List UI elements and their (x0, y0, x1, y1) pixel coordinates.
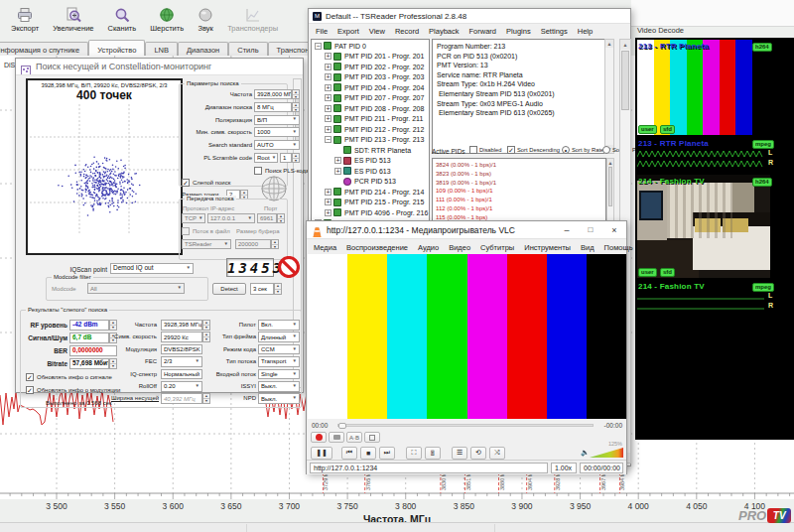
close-button[interactable]: × (602, 225, 626, 235)
frame-button[interactable] (364, 432, 380, 443)
tree-item[interactable]: +PMT PID 202 - Progr. 202 (312, 62, 429, 72)
pause-button[interactable]: ❚❚ (311, 447, 332, 460)
tree-item[interactable]: +PMT PID 204 - Progr. 204 (312, 82, 429, 93)
expand-icon[interactable]: + (325, 199, 331, 205)
ip-address-dropdown[interactable]: 127.0.0.1▼ (207, 213, 255, 223)
menu-item-export[interactable]: Export (332, 25, 364, 38)
video-thumb-214[interactable]: 214 - Fashion TVh264usersfd (635, 175, 794, 280)
sort-by-rate-radio[interactable]: • (562, 146, 570, 154)
expand-icon[interactable]: + (325, 53, 331, 60)
value-field[interactable]: 8 МГц (254, 102, 292, 112)
vlc-video-area[interactable] (308, 254, 626, 419)
vlc-menu-item-5[interactable]: Инструменты (519, 241, 576, 254)
value-field[interactable]: 40,392 МГц (161, 393, 202, 404)
previous-button[interactable]: ⏮ (341, 447, 357, 460)
tree-item[interactable]: +PMT PID 211 - Progr. 211 (312, 114, 429, 125)
dropdown[interactable]: Выкл.▼ (258, 381, 300, 392)
dropdown[interactable]: Вкл.▼ (258, 320, 300, 331)
consumer-dropdown[interactable]: TSReader▼ (182, 239, 231, 249)
modcode-dropdown[interactable]: All▼ (87, 283, 185, 294)
menu-item-view[interactable]: View (364, 25, 390, 38)
value-field[interactable]: 1 (280, 153, 292, 163)
pls-code-checkbox[interactable] (254, 167, 262, 175)
value-field[interactable]: 200000 (235, 239, 271, 249)
dropdown[interactable]: DVBS2/8PSK▼ (161, 344, 202, 355)
toolbar-button-globe[interactable]: Шерстить (143, 2, 191, 38)
dropdown[interactable]: Single▼ (258, 369, 300, 380)
scroll-up-icon[interactable]: ▲ (605, 40, 613, 48)
spinner-control[interactable]: ▲▼ (271, 239, 279, 249)
active-pid-item[interactable]: 3823 (0.00% - 1 bps) (433, 170, 605, 179)
tree-item[interactable]: PCR PID 513 (312, 177, 429, 188)
expand-icon[interactable]: + (325, 64, 331, 70)
snapshot-button[interactable] (329, 432, 344, 443)
spin-down-icon[interactable]: ▼ (275, 290, 281, 295)
tab-2[interactable]: LNB (145, 42, 178, 57)
tree-item[interactable]: +PMT PID 212 - Progr. 212 (312, 124, 429, 135)
spin-down-icon[interactable]: ▼ (203, 399, 209, 403)
menu-item-plugins[interactable]: Plugins (501, 25, 536, 38)
spinner-control[interactable]: ▲▼ (292, 102, 300, 112)
stop-button[interactable]: ■ (360, 447, 376, 460)
tree-item[interactable]: +PMT PID 215 - Progr. 215 (312, 198, 429, 208)
blind-search-checkbox[interactable]: ✓ (182, 179, 190, 187)
update-info-checkbox[interactable]: ✓ (26, 373, 34, 381)
next-button[interactable]: ⏭ (379, 447, 395, 460)
expand-icon[interactable]: + (325, 209, 331, 216)
active-pid-item[interactable]: 112 (0.00% - 1 bps)/1 (433, 204, 605, 213)
toolbar-button-sphere[interactable]: Звук (191, 2, 220, 38)
spinner-control[interactable]: ▲▼ (292, 153, 300, 163)
spin-down-icon[interactable]: ▼ (203, 337, 209, 341)
menu-item-forward[interactable]: Forward (464, 25, 502, 38)
active-pid-item[interactable]: 3824 (0.00% - 1 bps)/1 (433, 161, 605, 170)
toolbar-button-magnifier-plus[interactable]: Увеличение (46, 2, 100, 38)
tab-1[interactable]: Устройство (88, 40, 145, 57)
port-field[interactable]: 6961 (257, 213, 277, 223)
vlc-seek-handle[interactable] (338, 423, 346, 429)
spin-down-icon[interactable]: ▼ (272, 245, 278, 249)
dropdown[interactable]: Выкл.▼ (258, 393, 300, 404)
active-pid-item[interactable]: 3819 (0.00% - 1 bps)/1 (433, 179, 605, 188)
video-thumb-213[interactable]: 213 - RTR Planetah264usersfd (635, 40, 794, 137)
extended-settings-button[interactable]: 🎚 (425, 447, 441, 460)
dropdown[interactable]: Transport▼ (258, 356, 300, 367)
tab-0[interactable]: Информация о спутнике (0, 42, 88, 57)
spinner-control[interactable]: ▲▼ (202, 393, 210, 404)
iqscan-dropdown[interactable]: Demod IQ out▼ (110, 263, 194, 274)
vlc-seek-bar[interactable] (337, 424, 594, 427)
dropdown[interactable]: Длинный▼ (258, 332, 300, 342)
stop-icon[interactable] (278, 256, 300, 278)
vlc-menu-item-2[interactable]: Аудио (413, 241, 444, 254)
spin-down-icon[interactable]: ▼ (203, 326, 209, 330)
sort-descending-checkbox[interactable]: ✓ (507, 146, 515, 154)
dropdown[interactable]: CCM▼ (258, 344, 300, 355)
value-field[interactable]: 6,7 dB (69, 332, 109, 343)
vlc-menu-item-7[interactable]: Помощь (599, 241, 638, 254)
tree-item[interactable]: SDT: RTR Planeta (312, 145, 429, 156)
record-button[interactable] (311, 432, 327, 443)
tsreader-titlebar[interactable]: M Default -- TSReader Professional 2.8.4… (309, 9, 630, 24)
tree-item[interactable]: −PMT PID 213 - Progr. 213 (312, 135, 429, 146)
tab-3[interactable]: Диапазон (178, 42, 228, 57)
value-field[interactable]: 29920 Кс (161, 332, 202, 342)
tree-item[interactable]: +PMT PID 214 - Progr. 214 (312, 187, 429, 198)
vlc-status-rate[interactable]: 1.00x (551, 463, 577, 473)
spin-down-icon[interactable]: ▼ (278, 219, 284, 223)
active-pid-item[interactable]: 111 (0.00% - 1 bps)/1 (433, 196, 605, 204)
tree-item[interactable]: +PMT PID 203 - Progr. 203 (312, 72, 429, 83)
scroll-up-icon[interactable]: ▲ (607, 159, 613, 167)
maximize-button[interactable]: □ (579, 225, 602, 235)
detect-button[interactable]: Detect (212, 283, 246, 295)
info-panel-scrollbar[interactable]: ▲ ▼ (604, 39, 614, 154)
menu-item-record[interactable]: Record (390, 25, 424, 38)
toolbar-button-chart[interactable]: Транспондеры (220, 2, 285, 38)
value-field[interactable]: 0,0000000 (69, 345, 117, 356)
tab-4[interactable]: Стиль (228, 42, 267, 57)
expand-icon[interactable]: + (325, 73, 331, 80)
expand-icon[interactable]: + (325, 126, 331, 133)
spin-down-icon[interactable]: ▼ (293, 95, 299, 99)
value-field[interactable]: 3928,398 МГц (161, 320, 202, 331)
search-dialog-titlebar[interactable]: Поиск несущей и Constellation-мониторинг (16, 59, 303, 75)
menu-item-settings[interactable]: Settings (536, 25, 573, 38)
toolbar-button-printer[interactable]: Экспорт (4, 2, 46, 38)
